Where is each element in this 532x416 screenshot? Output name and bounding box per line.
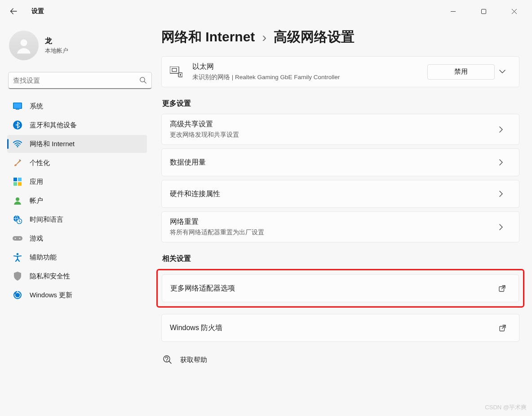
chevron-down-icon [499, 70, 505, 74]
sidebar-item-label: 游戏 [30, 234, 43, 243]
content-area: 网络和 Internet › 高级网络设置 以太网 未识别的网络 | Realt… [155, 22, 532, 416]
arrow-left-icon [10, 8, 17, 15]
svg-rect-21 [172, 68, 177, 72]
search-icon [139, 76, 147, 84]
row-firewall[interactable]: Windows 防火墙 [161, 314, 519, 342]
profile-block[interactable]: 龙 本地帐户 [4, 29, 150, 68]
external-link-icon [499, 285, 510, 292]
sidebar-item-apps[interactable]: 应用 [7, 173, 147, 191]
search-box[interactable] [8, 72, 152, 89]
update-icon [13, 290, 22, 300]
window-controls [444, 4, 527, 18]
chevron-right-icon [499, 224, 511, 230]
expand-adapter[interactable] [499, 70, 511, 74]
svg-rect-4 [14, 103, 22, 108]
sidebar-item-privacy[interactable]: 隐私和安全性 [7, 267, 147, 285]
close-button[interactable] [505, 4, 523, 18]
help-icon [163, 355, 172, 364]
accessibility-icon [13, 252, 22, 262]
adapter-subtitle: 未识别的网络 | Realtek Gaming GbE Family Contr… [192, 73, 340, 81]
apps-icon [13, 177, 22, 187]
sidebar-item-accessibility[interactable]: 辅助功能 [7, 248, 147, 266]
svg-point-16 [15, 238, 16, 239]
sidebar-item-label: 个性化 [30, 159, 50, 167]
sidebar-item-label: 隐私和安全性 [30, 272, 70, 281]
svg-point-27 [166, 361, 167, 362]
row-title: Windows 防火墙 [170, 323, 222, 333]
adapter-card[interactable]: 以太网 未识别的网络 | Realtek Gaming GbE Family C… [161, 56, 519, 87]
breadcrumb-sep: › [262, 30, 266, 45]
row-data-usage[interactable]: 数据使用量 [161, 148, 519, 176]
gamepad-icon [13, 233, 22, 243]
svg-point-17 [19, 238, 21, 239]
sidebar-item-label: 辅助功能 [30, 253, 57, 262]
get-help-link[interactable]: 获取帮助 [161, 355, 519, 364]
sidebar-item-update[interactable]: Windows 更新 [7, 286, 147, 304]
row-net-reset[interactable]: 网络重置 将所有网络适配器重置为出厂设置 [161, 211, 519, 242]
breadcrumb-parent[interactable]: 网络和 Internet [161, 28, 255, 46]
sidebar-item-label: 时间和语言 [30, 215, 63, 224]
person-icon [15, 36, 33, 54]
close-icon [512, 9, 517, 14]
svg-rect-15 [13, 236, 22, 241]
section-related-title: 相关设置 [162, 254, 519, 264]
sidebar-item-accounts[interactable]: 帐户 [7, 192, 147, 210]
sidebar-item-label: 应用 [30, 178, 43, 186]
svg-point-7 [17, 146, 18, 147]
row-subtitle: 更改网络发现和共享设置 [170, 131, 239, 139]
ethernet-icon [170, 67, 185, 77]
row-adv-sharing[interactable]: 高级共享设置 更改网络发现和共享设置 [161, 114, 519, 145]
sidebar-item-network[interactable]: 网络和 Internet [7, 135, 147, 153]
row-title: 数据使用量 [170, 158, 206, 167]
highlight-annotation: 更多网络适配器选项 [156, 269, 524, 308]
maximize-icon [481, 9, 486, 14]
page-title: 高级网络设置 [274, 28, 355, 46]
sidebar-item-label: 系统 [30, 102, 43, 111]
row-more-adapters[interactable]: 更多网络适配器选项 [162, 274, 519, 302]
svg-rect-10 [13, 182, 17, 186]
bluetooth-icon [13, 120, 22, 130]
chevron-right-icon [499, 191, 511, 197]
svg-rect-5 [16, 109, 19, 110]
sidebar-item-personalize[interactable]: 个性化 [7, 154, 147, 172]
sidebar-item-label: 网络和 Internet [30, 140, 75, 148]
svg-rect-0 [481, 9, 486, 13]
row-hw-conn[interactable]: 硬件和连接属性 [161, 180, 519, 208]
sidebar-item-label: 蓝牙和其他设备 [30, 121, 77, 130]
sidebar-item-system[interactable]: 系统 [7, 97, 147, 115]
svg-point-18 [17, 253, 19, 255]
svg-point-1 [21, 40, 27, 46]
maximize-button[interactable] [474, 4, 492, 18]
row-subtitle: 将所有网络适配器重置为出厂设置 [170, 228, 264, 237]
svg-rect-23 [180, 74, 181, 76]
sidebar-item-bluetooth[interactable]: 蓝牙和其他设备 [7, 116, 147, 134]
app-title: 设置 [31, 7, 44, 15]
display-icon [13, 101, 22, 111]
external-link-icon [499, 325, 511, 331]
disable-button-label: 禁用 [454, 67, 468, 76]
svg-point-12 [16, 197, 19, 201]
profile-name: 龙 [45, 36, 68, 46]
disable-button[interactable]: 禁用 [427, 64, 495, 80]
profile-subtitle: 本地帐户 [45, 47, 68, 55]
svg-rect-20 [170, 67, 179, 73]
minimize-icon [451, 9, 456, 14]
sidebar-item-label: Windows 更新 [30, 291, 72, 300]
row-title: 更多网络适配器选项 [170, 284, 235, 293]
sidebar-item-gaming[interactable]: 游戏 [7, 229, 147, 247]
minimize-button[interactable] [444, 4, 462, 18]
titlebar: 设置 [0, 0, 532, 22]
nav-list: 系统 蓝牙和其他设备 网络和 Internet 个性化 应用 帐户 [4, 96, 150, 305]
svg-rect-8 [13, 178, 17, 181]
search-input[interactable] [13, 76, 139, 84]
chevron-right-icon [499, 159, 511, 166]
shield-icon [13, 271, 22, 281]
back-button[interactable] [5, 3, 22, 19]
help-label: 获取帮助 [180, 356, 207, 364]
breadcrumb: 网络和 Internet › 高级网络设置 [161, 28, 519, 46]
svg-rect-9 [18, 178, 22, 181]
sidebar-item-timelang[interactable]: 时间和语言 [7, 210, 147, 228]
section-more-settings-title: 更多设置 [162, 99, 519, 108]
adapter-title: 以太网 [192, 62, 340, 72]
row-title: 高级共享设置 [170, 120, 239, 129]
